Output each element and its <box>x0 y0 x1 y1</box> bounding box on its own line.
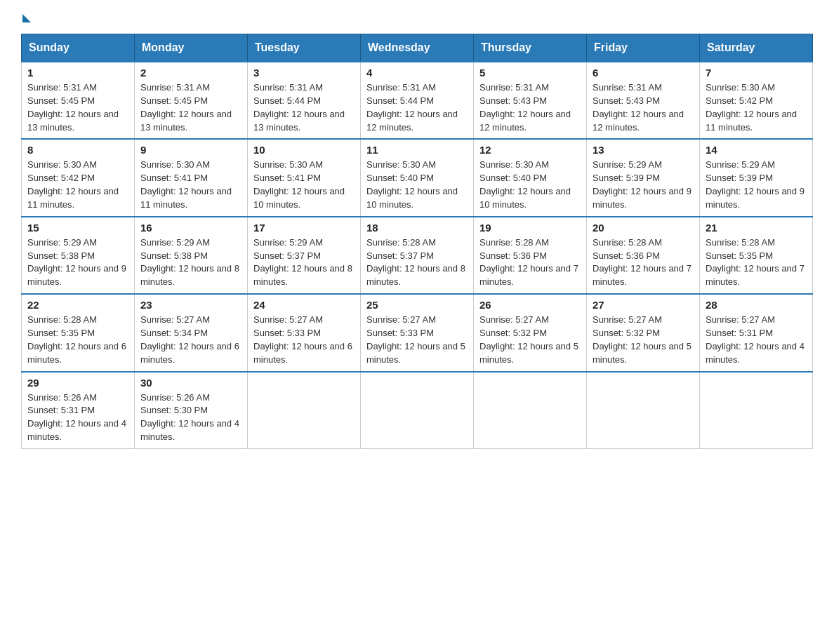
day-info: Sunrise: 5:28 AM Sunset: 5:36 PM Dayligh… <box>593 236 694 289</box>
calendar-cell: 4 Sunrise: 5:31 AM Sunset: 5:44 PM Dayli… <box>361 62 474 139</box>
day-number: 28 <box>706 299 807 311</box>
calendar-cell <box>361 372 474 449</box>
day-info: Sunrise: 5:30 AM Sunset: 5:41 PM Dayligh… <box>140 159 241 211</box>
day-number: 16 <box>140 222 241 234</box>
calendar-cell: 25 Sunrise: 5:27 AM Sunset: 5:33 PM Dayl… <box>361 294 474 371</box>
day-info: Sunrise: 5:31 AM Sunset: 5:43 PM Dayligh… <box>479 81 581 134</box>
day-number: 17 <box>253 222 355 234</box>
week-row-1: 1 Sunrise: 5:31 AM Sunset: 5:45 PM Dayli… <box>22 62 813 139</box>
calendar-cell: 16 Sunrise: 5:29 AM Sunset: 5:38 PM Dayl… <box>135 217 248 294</box>
calendar-cell: 8 Sunrise: 5:30 AM Sunset: 5:42 PM Dayli… <box>22 139 135 216</box>
day-number: 6 <box>593 67 694 79</box>
day-info: Sunrise: 5:29 AM Sunset: 5:39 PM Dayligh… <box>593 159 694 211</box>
day-number: 29 <box>27 377 128 389</box>
day-info: Sunrise: 5:31 AM Sunset: 5:43 PM Dayligh… <box>593 81 694 134</box>
day-number: 23 <box>140 299 241 311</box>
day-number: 19 <box>479 222 581 234</box>
day-info: Sunrise: 5:27 AM Sunset: 5:33 PM Dayligh… <box>366 314 468 366</box>
calendar-cell: 3 Sunrise: 5:31 AM Sunset: 5:44 PM Dayli… <box>248 62 361 139</box>
day-number: 10 <box>253 144 355 156</box>
calendar-cell: 1 Sunrise: 5:31 AM Sunset: 5:45 PM Dayli… <box>22 62 135 139</box>
day-info: Sunrise: 5:31 AM Sunset: 5:45 PM Dayligh… <box>140 81 241 134</box>
day-number: 9 <box>140 144 241 156</box>
day-number: 4 <box>366 67 468 79</box>
day-number: 7 <box>706 67 807 79</box>
day-number: 14 <box>706 144 807 156</box>
weekday-header-thursday: Thursday <box>474 34 587 62</box>
calendar-cell: 18 Sunrise: 5:28 AM Sunset: 5:37 PM Dayl… <box>361 217 474 294</box>
calendar-cell: 12 Sunrise: 5:30 AM Sunset: 5:40 PM Dayl… <box>474 139 587 216</box>
day-info: Sunrise: 5:26 AM Sunset: 5:31 PM Dayligh… <box>27 391 128 444</box>
calendar-cell: 7 Sunrise: 5:30 AM Sunset: 5:42 PM Dayli… <box>700 62 813 139</box>
week-row-4: 22 Sunrise: 5:28 AM Sunset: 5:35 PM Dayl… <box>22 294 813 371</box>
day-info: Sunrise: 5:27 AM Sunset: 5:34 PM Dayligh… <box>140 314 241 366</box>
calendar-cell: 23 Sunrise: 5:27 AM Sunset: 5:34 PM Dayl… <box>135 294 248 371</box>
calendar-cell: 26 Sunrise: 5:27 AM Sunset: 5:32 PM Dayl… <box>474 294 587 371</box>
day-number: 12 <box>479 144 581 156</box>
calendar-cell: 24 Sunrise: 5:27 AM Sunset: 5:33 PM Dayl… <box>248 294 361 371</box>
calendar-cell: 29 Sunrise: 5:26 AM Sunset: 5:31 PM Dayl… <box>22 372 135 449</box>
day-info: Sunrise: 5:27 AM Sunset: 5:33 PM Dayligh… <box>253 314 355 366</box>
calendar-cell: 21 Sunrise: 5:28 AM Sunset: 5:35 PM Dayl… <box>700 217 813 294</box>
day-info: Sunrise: 5:30 AM Sunset: 5:42 PM Dayligh… <box>706 81 807 134</box>
day-number: 24 <box>253 299 355 311</box>
day-info: Sunrise: 5:29 AM Sunset: 5:38 PM Dayligh… <box>140 236 241 289</box>
calendar-cell: 27 Sunrise: 5:27 AM Sunset: 5:32 PM Dayl… <box>587 294 700 371</box>
day-info: Sunrise: 5:28 AM Sunset: 5:35 PM Dayligh… <box>27 314 128 366</box>
day-number: 25 <box>366 299 468 311</box>
logo <box>21 14 32 22</box>
logo-arrow-icon <box>22 14 31 22</box>
day-number: 21 <box>706 222 807 234</box>
day-number: 26 <box>479 299 581 311</box>
day-info: Sunrise: 5:29 AM Sunset: 5:39 PM Dayligh… <box>706 159 807 211</box>
day-number: 11 <box>366 144 468 156</box>
weekday-header-tuesday: Tuesday <box>248 34 361 62</box>
weekday-header-monday: Monday <box>135 34 248 62</box>
calendar-cell: 13 Sunrise: 5:29 AM Sunset: 5:39 PM Dayl… <box>587 139 700 216</box>
calendar-cell: 10 Sunrise: 5:30 AM Sunset: 5:41 PM Dayl… <box>248 139 361 216</box>
day-info: Sunrise: 5:26 AM Sunset: 5:30 PM Dayligh… <box>140 391 241 444</box>
day-number: 27 <box>593 299 694 311</box>
calendar-cell: 2 Sunrise: 5:31 AM Sunset: 5:45 PM Dayli… <box>135 62 248 139</box>
weekday-header-friday: Friday <box>587 34 700 62</box>
day-info: Sunrise: 5:31 AM Sunset: 5:44 PM Dayligh… <box>366 81 468 134</box>
day-number: 13 <box>593 144 694 156</box>
calendar-cell <box>587 372 700 449</box>
day-info: Sunrise: 5:30 AM Sunset: 5:40 PM Dayligh… <box>366 159 468 211</box>
day-number: 20 <box>593 222 694 234</box>
weekday-header-row: SundayMondayTuesdayWednesdayThursdayFrid… <box>22 34 813 62</box>
calendar-cell: 14 Sunrise: 5:29 AM Sunset: 5:39 PM Dayl… <box>700 139 813 216</box>
calendar-cell <box>700 372 813 449</box>
day-info: Sunrise: 5:29 AM Sunset: 5:37 PM Dayligh… <box>253 236 355 289</box>
weekday-header-sunday: Sunday <box>22 34 135 62</box>
day-info: Sunrise: 5:28 AM Sunset: 5:36 PM Dayligh… <box>479 236 581 289</box>
calendar-table: SundayMondayTuesdayWednesdayThursdayFrid… <box>21 34 813 449</box>
day-info: Sunrise: 5:30 AM Sunset: 5:42 PM Dayligh… <box>27 159 128 211</box>
calendar-cell: 19 Sunrise: 5:28 AM Sunset: 5:36 PM Dayl… <box>474 217 587 294</box>
calendar-cell: 15 Sunrise: 5:29 AM Sunset: 5:38 PM Dayl… <box>22 217 135 294</box>
calendar-cell <box>474 372 587 449</box>
day-info: Sunrise: 5:28 AM Sunset: 5:35 PM Dayligh… <box>706 236 807 289</box>
week-row-2: 8 Sunrise: 5:30 AM Sunset: 5:42 PM Dayli… <box>22 139 813 216</box>
day-number: 8 <box>27 144 128 156</box>
day-number: 5 <box>479 67 581 79</box>
day-info: Sunrise: 5:29 AM Sunset: 5:38 PM Dayligh… <box>27 236 128 289</box>
week-row-3: 15 Sunrise: 5:29 AM Sunset: 5:38 PM Dayl… <box>22 217 813 294</box>
week-row-5: 29 Sunrise: 5:26 AM Sunset: 5:31 PM Dayl… <box>22 372 813 449</box>
day-info: Sunrise: 5:27 AM Sunset: 5:31 PM Dayligh… <box>706 314 807 366</box>
day-info: Sunrise: 5:31 AM Sunset: 5:44 PM Dayligh… <box>253 81 355 134</box>
day-number: 18 <box>366 222 468 234</box>
calendar-cell: 20 Sunrise: 5:28 AM Sunset: 5:36 PM Dayl… <box>587 217 700 294</box>
day-number: 2 <box>140 67 241 79</box>
day-number: 30 <box>140 377 241 389</box>
calendar-cell: 5 Sunrise: 5:31 AM Sunset: 5:43 PM Dayli… <box>474 62 587 139</box>
weekday-header-saturday: Saturday <box>700 34 813 62</box>
day-info: Sunrise: 5:28 AM Sunset: 5:37 PM Dayligh… <box>366 236 468 289</box>
calendar-cell: 9 Sunrise: 5:30 AM Sunset: 5:41 PM Dayli… <box>135 139 248 216</box>
day-number: 1 <box>27 67 128 79</box>
calendar-cell: 11 Sunrise: 5:30 AM Sunset: 5:40 PM Dayl… <box>361 139 474 216</box>
weekday-header-wednesday: Wednesday <box>361 34 474 62</box>
day-info: Sunrise: 5:27 AM Sunset: 5:32 PM Dayligh… <box>593 314 694 366</box>
calendar-cell <box>248 372 361 449</box>
calendar-cell: 17 Sunrise: 5:29 AM Sunset: 5:37 PM Dayl… <box>248 217 361 294</box>
